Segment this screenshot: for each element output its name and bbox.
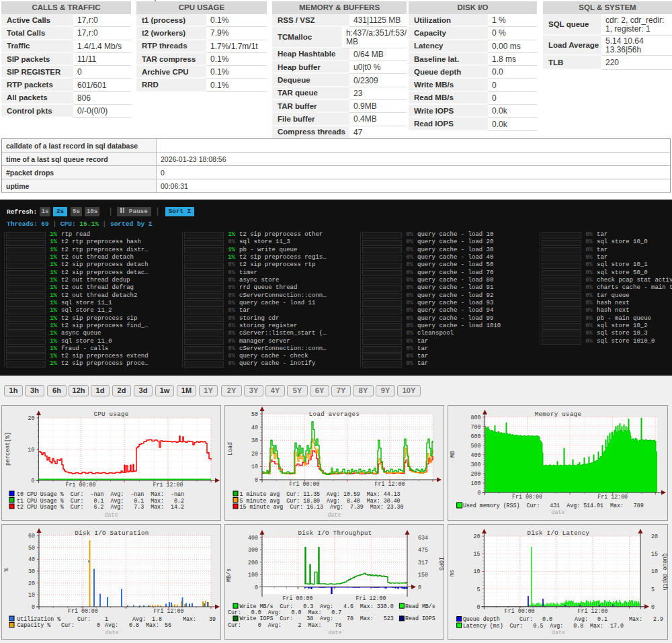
svg-text:Read IOPS: Read IOPS	[405, 615, 435, 621]
svg-text:0: 0	[255, 477, 258, 483]
svg-text:t1 CPU Usage % Cur: 0.1 Av: t1 CPU Usage % Cur: 0.1 Avg: 0.1 Max: 0.…	[17, 498, 184, 504]
svg-text:0: 0	[651, 604, 655, 610]
svg-text:10: 10	[474, 568, 480, 574]
svg-text:Used memory (RSS) Cur: 431: Used memory (RSS) Cur: 431 Avg: 514.01 M…	[463, 503, 644, 509]
svg-text:600: 600	[471, 433, 481, 439]
svg-text:Fri 00:00: Fri 00:00	[283, 595, 313, 601]
svg-text:0: 0	[477, 604, 480, 610]
svg-text:Max:: Max:	[146, 622, 159, 628]
svg-text:Fri 12:00: Fri 12:00	[578, 608, 608, 614]
svg-text:317: 317	[418, 560, 428, 566]
svg-text:300: 300	[248, 547, 258, 553]
svg-text:Load: Load	[227, 442, 233, 456]
svg-text:Fri 12:00: Fri 12:00	[154, 608, 184, 614]
svg-text:Disk I/O Saturation: Disk I/O Saturation	[75, 530, 149, 537]
svg-text:percent[%]: percent[%]	[5, 432, 11, 466]
svg-text:475: 475	[418, 547, 428, 553]
svg-text:Fri 00:00: Fri 00:00	[505, 608, 535, 614]
svg-text:400: 400	[248, 535, 258, 541]
svg-text:`date`: `date`	[325, 630, 345, 636]
svg-text:5 minute avg Cur: 18.80 Avg:: 5 minute avg Cur: 18.80 Avg: 8.40 Max: 3…	[240, 498, 401, 504]
svg-text:20: 20	[251, 451, 258, 457]
svg-text:15: 15	[474, 551, 480, 557]
svg-text:ms: ms	[449, 570, 455, 576]
svg-text:158: 158	[418, 572, 428, 578]
svg-text:Avg:: Avg:	[575, 616, 588, 622]
svg-text:Max:: Max:	[629, 616, 642, 622]
svg-text:Fri 00:00: Fri 00:00	[512, 494, 542, 500]
svg-text:5: 5	[477, 587, 480, 593]
svg-text:Disk I/O Latency: Disk I/O Latency	[528, 530, 590, 537]
svg-text:t0 CPU Usage % Cur: -nan Av: t0 CPU Usage % Cur: -nan Avg: -nan Max: …	[17, 491, 184, 497]
svg-text:200: 200	[248, 560, 258, 566]
svg-text:0.8: 0.8	[126, 622, 139, 628]
svg-text:0: 0	[32, 604, 35, 610]
svg-text:200: 200	[471, 471, 481, 477]
svg-text:0.1: 0.1	[594, 616, 607, 622]
svg-text:Fri 12:00: Fri 12:00	[153, 482, 183, 488]
svg-text:1 minute avg Cur: 11.35 Avg:: 1 minute avg Cur: 11.35 Avg: 10.59 Max: …	[240, 491, 401, 497]
svg-text:%: %	[3, 568, 9, 571]
svg-text:Fri 12:00: Fri 12:00	[356, 595, 386, 601]
svg-text:Utilization %: Utilization %	[17, 616, 60, 622]
svg-text:Disk I/O Throughput: Disk I/O Throughput	[298, 530, 372, 537]
svg-text:50: 50	[251, 411, 258, 417]
svg-text:Avg:: Avg:	[132, 616, 146, 622]
svg-text:Max:: Max:	[183, 616, 196, 622]
svg-text:300: 300	[471, 462, 481, 468]
svg-text:Read MB/s: Read MB/s	[405, 603, 435, 609]
svg-text:`date`: `date`	[548, 509, 569, 515]
svg-text:Cur: 0.0 Avg: 0.0 Max:: Cur: 0.0 Avg: 0.0 Max: 0.7	[228, 609, 341, 615]
svg-text:MB: MB	[450, 451, 456, 458]
svg-text:100: 100	[471, 480, 481, 486]
svg-text:10: 10	[28, 447, 35, 453]
svg-text:10: 10	[651, 568, 658, 574]
svg-text:Capacity %: Capacity %	[17, 622, 50, 628]
svg-text:Write IOPS Cur: 38 Avg:: Write IOPS Cur: 38 Avg: 78 Max: 523	[240, 615, 394, 621]
svg-text:40: 40	[251, 425, 258, 431]
svg-text:700: 700	[471, 424, 481, 430]
svg-text:0: 0	[93, 622, 100, 628]
svg-text:634: 634	[418, 535, 428, 541]
svg-text:Cur: 0 Avg: 2 Max:: Cur: 0 Avg: 2 Max: 76	[228, 622, 341, 628]
svg-text:IOPS: IOPS	[438, 557, 444, 570]
svg-text:`date`: `date`	[548, 630, 569, 636]
svg-text:0.0: 0.0	[539, 616, 552, 622]
svg-text:100: 100	[248, 572, 258, 578]
svg-text:`date`: `date`	[101, 512, 122, 518]
svg-text:10: 10	[251, 464, 258, 470]
svg-text:Latency (ms) Cur: 0.5 Avg:: Latency (ms) Cur: 0.5 Avg: 0.8 Max: 17.0	[463, 623, 624, 629]
svg-text:1: 1	[101, 616, 108, 622]
svg-text:20: 20	[28, 581, 35, 587]
svg-text:56: 56	[161, 622, 171, 628]
svg-text:Write MB/s Cur: 0.3 Avg:: Write MB/s Cur: 0.3 Avg: 4.6 Max: 330.0	[240, 603, 394, 609]
svg-text:Memory usage: Memory usage	[535, 411, 582, 418]
svg-text:20: 20	[651, 533, 658, 540]
svg-text:Fri 12:00: Fri 12:00	[375, 481, 405, 487]
svg-text:Queue depth: Queue depth	[662, 554, 668, 591]
svg-text:2.9: 2.9	[650, 616, 663, 622]
svg-text:0: 0	[255, 585, 258, 591]
svg-text:800: 800	[471, 415, 481, 421]
svg-text:39: 39	[206, 616, 216, 622]
svg-text:Cur:: Cur:	[77, 616, 91, 622]
svg-text:10: 10	[28, 592, 35, 598]
svg-text:500: 500	[471, 443, 481, 449]
svg-text:5: 5	[651, 587, 655, 593]
svg-text:Cur:: Cur:	[61, 622, 75, 628]
svg-text:40: 40	[28, 556, 35, 562]
svg-text:CPU usage: CPU usage	[93, 411, 128, 418]
svg-text:50: 50	[28, 545, 35, 551]
svg-text:1.8: 1.8	[149, 616, 162, 622]
svg-text:Load averages: Load averages	[309, 411, 360, 418]
svg-text:0: 0	[418, 585, 421, 591]
svg-text:Fri 12:00: Fri 12:00	[597, 494, 628, 500]
svg-text:Queue depth: Queue depth	[463, 616, 500, 622]
svg-text:15 minute avg Cur: 16.13 Avg: 15 minute avg Cur: 16.13 Avg: 7.39 Max: …	[240, 504, 404, 510]
svg-text:0: 0	[478, 490, 481, 496]
svg-text:20: 20	[474, 533, 480, 540]
svg-text:400: 400	[471, 452, 481, 458]
svg-text:Fri 00:00: Fri 00:00	[66, 482, 96, 488]
svg-text:MB/s: MB/s	[226, 568, 232, 582]
svg-text:60: 60	[28, 533, 35, 539]
